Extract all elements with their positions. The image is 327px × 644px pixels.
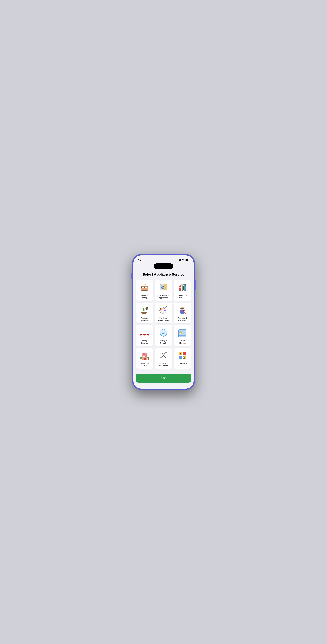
battery-icon <box>185 259 189 261</box>
svg-text:$: $ <box>180 352 181 355</box>
status-time: 9:41 <box>138 259 143 262</box>
svg-rect-60 <box>146 356 147 357</box>
svg-rect-22 <box>182 286 184 290</box>
phone-screen: 9:41 <box>133 255 194 389</box>
svg-point-33 <box>163 312 165 313</box>
signal-icon <box>178 259 181 261</box>
svg-line-68 <box>162 353 166 358</box>
svg-rect-57 <box>146 355 147 356</box>
svg-rect-52 <box>143 354 144 354</box>
svg-rect-44 <box>178 330 186 337</box>
page-title: Select Appliance Service <box>136 272 191 276</box>
svg-rect-55 <box>143 355 144 356</box>
garden-icon <box>140 305 150 316</box>
painting-icon <box>158 305 169 316</box>
building-icon <box>140 350 150 361</box>
status-bar: 9:41 <box>133 255 194 262</box>
svg-rect-19 <box>179 286 181 290</box>
svg-point-35 <box>161 308 163 309</box>
service-card-uncategorized[interactable]: $ Uncategorized <box>174 348 191 369</box>
svg-line-39 <box>165 306 167 308</box>
building-label: Building &Hardware <box>141 362 149 367</box>
svg-rect-14 <box>161 285 162 286</box>
svg-rect-58 <box>143 356 144 357</box>
svg-rect-53 <box>144 354 145 354</box>
screen-content: Select Appliance Service <box>133 270 194 389</box>
service-card-painting[interactable]: Painting &Interior Design <box>155 302 172 324</box>
service-card-building[interactable]: Building &Hardware <box>136 348 153 369</box>
home-living-icon <box>140 282 150 293</box>
svg-rect-50 <box>180 333 181 334</box>
status-icons <box>178 259 189 261</box>
svg-rect-65 <box>148 358 149 360</box>
service-card-garden[interactable]: Garden &Outdoor <box>136 302 153 324</box>
svg-point-34 <box>160 309 162 310</box>
garden-label: Garden &Outdoor <box>141 317 148 322</box>
svg-rect-63 <box>141 358 141 360</box>
plumbing-icon <box>177 305 187 316</box>
svg-rect-54 <box>146 354 147 354</box>
svg-rect-31 <box>146 307 148 310</box>
service-card-electronics[interactable]: Electronics &Appliances <box>155 280 172 301</box>
phone-frame: 9:41 <box>132 254 195 390</box>
svg-rect-25 <box>185 284 186 285</box>
services-grid: Home &Living <box>136 280 191 369</box>
safety-label: Safety &Security <box>160 340 167 344</box>
service-card-cleaning[interactable]: Cleaning &Storage <box>174 280 191 301</box>
svg-point-38 <box>164 310 166 311</box>
svg-point-26 <box>183 284 184 285</box>
svg-rect-61 <box>144 358 146 360</box>
svg-rect-71 <box>179 356 182 359</box>
cleaning-label: Cleaning &Storage <box>178 294 187 299</box>
svg-point-13 <box>161 286 163 288</box>
service-card-roofing[interactable]: Roofing &Finishes <box>136 325 153 346</box>
svg-rect-15 <box>164 284 167 290</box>
tools-label: Tools &Equipment <box>159 362 168 367</box>
svg-rect-67 <box>160 356 162 358</box>
service-card-tools[interactable]: Tools &Equipment <box>155 348 172 369</box>
svg-rect-6 <box>141 290 142 291</box>
tiling-label: Tiling &Flooring <box>179 340 186 344</box>
next-button[interactable]: Next <box>136 374 191 382</box>
roofing-label: Roofing &Finishes <box>141 340 149 344</box>
wifi-icon <box>182 259 184 261</box>
roofing-icon <box>140 328 150 338</box>
service-card-home-living[interactable]: Home &Living <box>136 280 153 301</box>
svg-point-27 <box>182 284 183 284</box>
svg-rect-56 <box>144 355 145 356</box>
plumbing-label: Plumbing &Electricals <box>178 317 187 322</box>
svg-rect-20 <box>181 285 183 286</box>
svg-point-36 <box>163 307 164 308</box>
svg-rect-4 <box>142 287 144 288</box>
svg-point-0 <box>183 260 183 261</box>
svg-point-75 <box>184 357 185 358</box>
svg-rect-5 <box>145 287 148 288</box>
service-card-tiling[interactable]: Tiling &Flooring <box>174 325 191 346</box>
cleaning-icon <box>177 282 187 293</box>
tiling-icon <box>177 328 187 338</box>
svg-rect-7 <box>147 290 148 291</box>
electronics-icon <box>158 282 169 293</box>
svg-rect-24 <box>184 286 186 290</box>
svg-rect-40 <box>180 310 184 314</box>
painting-label: Painting &Interior Design <box>158 317 169 322</box>
safety-icon <box>158 328 169 338</box>
service-card-plumbing[interactable]: Plumbing &Electricals <box>174 302 191 324</box>
service-card-safety[interactable]: Safety &Security <box>155 325 172 346</box>
home-living-label: Home &Living <box>141 294 148 299</box>
svg-rect-59 <box>144 356 145 357</box>
svg-rect-70 <box>183 352 186 355</box>
electronics-label: Electronics &Appliances <box>158 294 169 299</box>
uncategorized-label: Uncategorized <box>177 362 188 364</box>
uncategorized-icon: $ <box>177 350 187 361</box>
dynamic-island <box>154 264 173 269</box>
tools-icon <box>158 350 169 361</box>
svg-rect-42 <box>180 308 184 309</box>
